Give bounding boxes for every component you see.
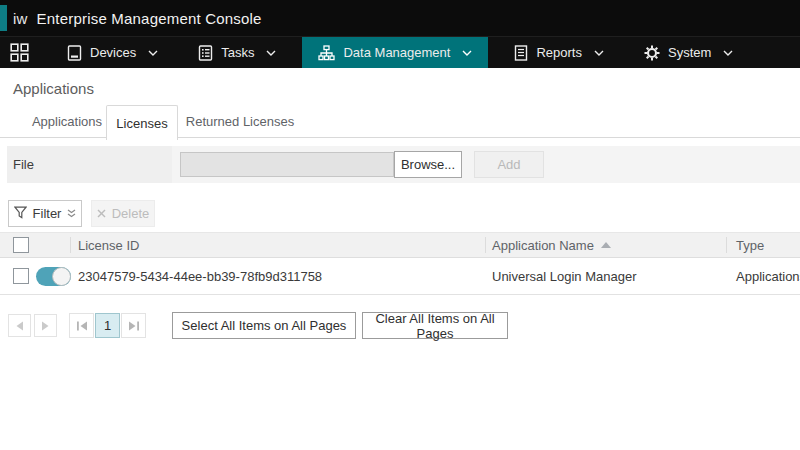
- delete-label: Delete: [112, 206, 150, 221]
- devices-icon: [67, 45, 82, 61]
- double-chevron-down-icon: [67, 206, 76, 221]
- browse-button[interactable]: Browse...: [394, 151, 462, 178]
- enterprise-management-console: iw Enterprise Management Console Devices…: [0, 0, 800, 450]
- sort-ascending-icon: [601, 242, 611, 248]
- toggle-knob: [52, 267, 71, 286]
- column-separator: [726, 237, 727, 253]
- nav-item-reports[interactable]: Reports: [500, 37, 618, 68]
- tasks-icon: [198, 45, 213, 61]
- apps-grid-icon[interactable]: [0, 37, 41, 68]
- license-enabled-toggle[interactable]: [36, 267, 71, 286]
- licenses-table: License ID Application Name Type 2304757…: [0, 232, 800, 295]
- select-all-pages-button[interactable]: Select All Items on All Pages: [172, 312, 356, 339]
- brand-logo: iw: [13, 10, 28, 27]
- nav-item-label: System: [668, 45, 711, 60]
- nav-item-label: Reports: [536, 45, 582, 60]
- chevron-down-icon: [462, 50, 472, 56]
- cell-type: Applications: [736, 258, 800, 294]
- grid-toolbar: Filter Delete: [8, 200, 155, 227]
- add-button[interactable]: Add: [474, 151, 544, 178]
- nav-item-label: Devices: [90, 45, 136, 60]
- chevron-down-icon: [594, 50, 604, 56]
- tab-returned-licenses[interactable]: Returned Licenses: [180, 105, 300, 138]
- cell-license-id: 23047579-5434-44ee-bb39-78fb9d311758: [78, 258, 322, 294]
- column-header-application-name[interactable]: Application Name: [492, 233, 611, 257]
- page-title: Applications: [13, 80, 94, 97]
- app-title: Enterprise Management Console: [37, 10, 262, 27]
- chevron-down-icon: [148, 50, 158, 56]
- tab-applications[interactable]: Applications: [28, 105, 106, 138]
- gear-icon: [644, 45, 660, 61]
- sitemap-icon: [318, 45, 335, 61]
- column-separator: [485, 237, 486, 253]
- table-header-row: License ID Application Name Type: [0, 232, 800, 258]
- clear-all-pages-button[interactable]: Clear All Items on All Pages: [362, 312, 508, 339]
- previous-page-button[interactable]: [8, 314, 31, 337]
- tab-licenses[interactable]: Licenses: [106, 105, 178, 140]
- brand-accent-bar: [0, 5, 7, 31]
- last-page-icon: [128, 321, 140, 331]
- file-upload-row: File Browse... Add: [7, 146, 800, 183]
- chevron-down-icon: [723, 50, 733, 56]
- first-page-button[interactable]: [69, 313, 94, 338]
- chevron-down-icon: [266, 50, 276, 56]
- first-page-icon: [76, 321, 88, 331]
- delete-button[interactable]: Delete: [91, 200, 155, 227]
- filter-label: Filter: [33, 206, 62, 221]
- nav-item-label: Data Management: [343, 45, 450, 60]
- x-icon: [97, 206, 106, 221]
- last-page-button[interactable]: [121, 313, 146, 338]
- nav-item-devices[interactable]: Devices: [53, 37, 172, 68]
- column-header-license-id[interactable]: License ID: [78, 233, 139, 257]
- column-header-label: Application Name: [492, 238, 594, 253]
- nav-item-data-management[interactable]: Data Management: [302, 37, 488, 68]
- table-row[interactable]: 23047579-5434-44ee-bb39-78fb9d311758 Uni…: [0, 258, 800, 295]
- tab-bar: Applications Licenses Returned Licenses: [0, 105, 800, 138]
- file-path-input[interactable]: [180, 152, 394, 177]
- filter-button[interactable]: Filter: [8, 200, 82, 227]
- nav-item-system[interactable]: System: [630, 37, 747, 68]
- reports-icon: [514, 45, 528, 61]
- arrow-right-icon: [41, 321, 50, 331]
- file-label-cell: File: [7, 146, 172, 183]
- column-separator: [70, 237, 71, 253]
- column-header-type[interactable]: Type: [736, 233, 764, 257]
- select-all-checkbox[interactable]: [13, 237, 29, 253]
- title-bar: iw Enterprise Management Console: [0, 0, 800, 36]
- pagination-bar: 1 Select All Items on All Pages Clear Al…: [0, 312, 800, 339]
- row-checkbox[interactable]: [13, 268, 29, 284]
- nav-item-label: Tasks: [221, 45, 254, 60]
- filter-funnel-icon: [14, 206, 27, 222]
- file-label: File: [13, 157, 34, 172]
- current-page-button[interactable]: 1: [95, 313, 120, 338]
- next-page-button[interactable]: [34, 314, 57, 337]
- nav-item-tasks[interactable]: Tasks: [184, 37, 290, 68]
- main-nav: Devices Tasks Data Management: [0, 36, 800, 68]
- cell-application-name: Universal Login Manager: [492, 258, 637, 294]
- arrow-left-icon: [15, 321, 24, 331]
